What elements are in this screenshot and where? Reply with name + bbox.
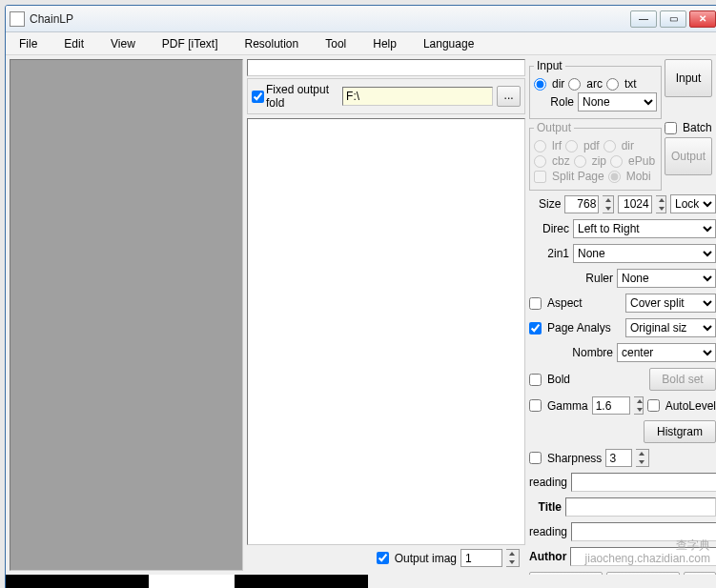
size-height-input[interactable] [618, 195, 652, 213]
input-txt-radio[interactable] [606, 78, 619, 91]
size-width-spinner[interactable] [603, 195, 613, 213]
status-segment-1 [6, 575, 149, 588]
output-mobi-label: Mobi [626, 170, 651, 183]
menu-file[interactable]: File [15, 35, 41, 52]
gamma-label: Gamma [547, 399, 588, 413]
menu-pdf[interactable]: PDF [iText] [158, 35, 222, 52]
bold-set-button[interactable]: Bold set [649, 368, 716, 391]
two-in-one-select[interactable]: None [573, 244, 716, 263]
fixed-output-checkbox[interactable] [252, 91, 264, 103]
bold-label: Bold [547, 373, 645, 386]
author-input[interactable] [570, 547, 716, 566]
autolevel-label: AutoLevel [665, 399, 716, 413]
path-display [247, 59, 525, 76]
output-image-checkbox[interactable] [377, 552, 389, 564]
menu-help[interactable]: Help [369, 35, 400, 52]
output-cbz-label: cbz [552, 154, 570, 168]
output-dir-label: dir [622, 139, 634, 152]
input-dir-label: dir [552, 77, 564, 91]
nombre-select[interactable]: center [617, 343, 716, 362]
client-area: Fixed output fold ... Output imag Input … [6, 55, 716, 575]
gamma-value-input[interactable] [592, 396, 630, 415]
statusbar [6, 575, 716, 588]
sharpness-value-input[interactable] [605, 449, 632, 467]
fixed-output-label: Fixed output fold [266, 83, 340, 110]
size-label: Size [529, 197, 561, 211]
input-arc-radio[interactable] [568, 78, 581, 91]
author-label: Author [529, 550, 566, 563]
output-legend: Output [534, 121, 574, 134]
page-analysis-label: Page Analys [547, 321, 622, 335]
aspect-label: Aspect [547, 296, 622, 310]
page-analysis-checkbox[interactable] [529, 322, 542, 335]
aspect-checkbox[interactable] [529, 297, 542, 310]
sharpness-checkbox[interactable] [529, 452, 542, 464]
file-list-panel[interactable] [247, 118, 525, 545]
output-button[interactable]: Output [665, 137, 712, 175]
gamma-spinner[interactable] [634, 396, 644, 415]
title-input[interactable] [565, 497, 716, 517]
output-image-label: Output imag [395, 552, 457, 565]
minimize-button[interactable]: — [630, 10, 657, 28]
input-dir-radio[interactable] [534, 78, 546, 91]
menubar: File Edit View PDF [iText] Resolution To… [6, 32, 716, 55]
application-window: ChainLP — ▭ ✕ File Edit View PDF [iText]… [5, 5, 716, 588]
sharpness-label: Sharpness [547, 452, 602, 465]
output-lrf-radio [534, 140, 546, 152]
output-epub-radio [610, 155, 623, 168]
size-height-spinner[interactable] [656, 195, 666, 213]
input-button[interactable]: Input [665, 59, 712, 97]
aspect-select[interactable]: Cover split [625, 294, 716, 313]
title-label: Title [529, 500, 562, 514]
ruler-label: Ruler [529, 272, 613, 285]
menu-language[interactable]: Language [419, 35, 478, 52]
status-segment-scroll[interactable] [149, 575, 235, 588]
output-cbz-radio [534, 155, 546, 168]
app-icon [10, 11, 25, 27]
input-txt-label: txt [624, 77, 637, 91]
close-button[interactable]: ✕ [689, 10, 716, 28]
output-zip-label: zip [592, 154, 606, 168]
output-fieldset: Output lrf pdf dir cbz zip ePub Split Pa… [529, 121, 662, 191]
bold-checkbox[interactable] [529, 374, 542, 386]
menu-tool[interactable]: Tool [321, 35, 350, 52]
fixed-output-path-input[interactable] [342, 87, 493, 106]
browse-output-button[interactable]: ... [497, 86, 521, 107]
menu-edit[interactable]: Edit [60, 35, 88, 52]
input-arc-label: arc [586, 77, 603, 91]
gamma-checkbox[interactable] [529, 399, 542, 412]
output-image-spinner[interactable] [506, 549, 520, 567]
titlebar: ChainLP — ▭ ✕ [6, 6, 716, 32]
batch-label: Batch [683, 121, 712, 134]
output-pdf-radio [565, 140, 578, 152]
output-zip-radio [574, 155, 586, 168]
menu-view[interactable]: View [107, 35, 139, 52]
maximize-button[interactable]: ▭ [660, 10, 686, 28]
status-segment-2 [235, 575, 368, 588]
sharpness-spinner[interactable] [636, 449, 649, 467]
ruler-select[interactable]: None [617, 269, 716, 288]
histogram-button[interactable]: Histgram [644, 420, 716, 443]
menu-resolution[interactable]: Resolution [241, 35, 303, 52]
window-control-buttons: — ▭ ✕ [630, 10, 716, 28]
author-reading-input[interactable] [571, 522, 716, 541]
middle-panel: Fixed output fold ... Output imag [247, 59, 525, 571]
size-lock-select[interactable]: LockH [670, 194, 716, 213]
size-width-input[interactable] [564, 195, 599, 213]
output-split-checkbox [534, 171, 546, 183]
output-lrf-label: lrf [552, 139, 562, 152]
title-reading-label: reading [529, 476, 567, 489]
input-legend: Input [534, 59, 565, 72]
batch-checkbox[interactable] [665, 122, 677, 134]
autolevel-checkbox[interactable] [647, 399, 660, 412]
role-select[interactable]: None [578, 92, 657, 112]
output-split-label: Split Page [552, 170, 604, 183]
output-image-value[interactable] [460, 549, 502, 567]
page-analysis-select[interactable]: Original siz [625, 318, 716, 337]
title-reading-input[interactable] [571, 473, 716, 492]
direction-select[interactable]: Left to Right [573, 219, 716, 238]
nombre-label: Nombre [529, 346, 613, 359]
role-label: Role [534, 95, 574, 109]
fixed-output-folder-row: Fixed output fold ... [247, 78, 525, 114]
input-fieldset: Input dir arc txt Role None [529, 59, 662, 119]
